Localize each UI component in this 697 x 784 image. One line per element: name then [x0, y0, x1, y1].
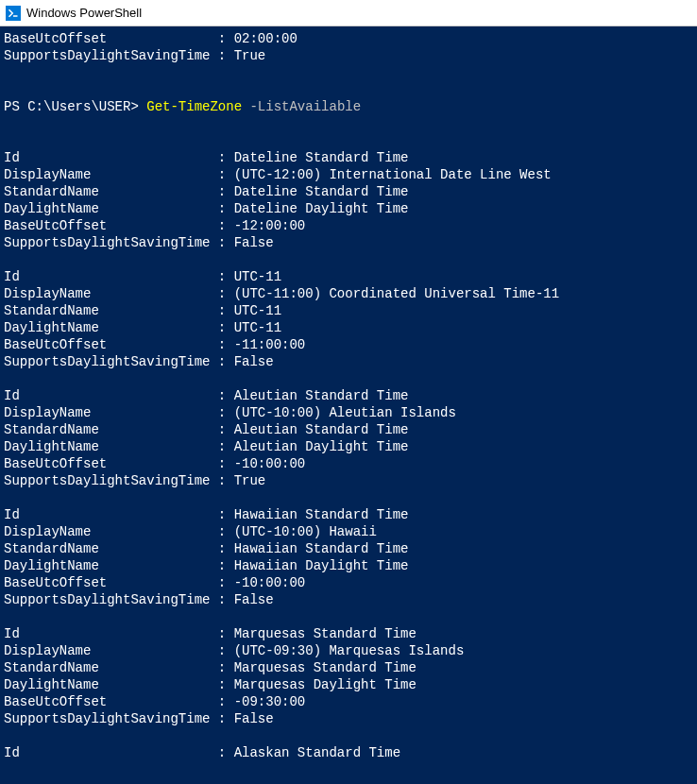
blank-line [4, 81, 693, 98]
output-line: Id : Dateline Standard Time [4, 149, 693, 166]
output-line: SupportsDaylightSavingTime : False [4, 353, 693, 370]
output-line: DisplayName : (UTC-12:00) International … [4, 166, 693, 183]
powershell-icon [6, 6, 21, 21]
output-line: DaylightName : Aleutian Daylight Time [4, 438, 693, 455]
blank-line [4, 370, 693, 387]
output-line: SupportsDaylightSavingTime : True [4, 472, 693, 489]
window-title: Windows PowerShell [26, 6, 142, 20]
blank-line [4, 489, 693, 506]
output-line: Id : Aleutian Standard Time [4, 387, 693, 404]
blank-line [4, 608, 693, 625]
cmdlet-name: Get-TimeZone [146, 99, 242, 114]
output-line: BaseUtcOffset : -11:00:00 [4, 336, 693, 353]
output-line: DisplayName : (UTC-10:00) Hawaii [4, 523, 693, 540]
output-line: BaseUtcOffset : -10:00:00 [4, 455, 693, 472]
output-line: BaseUtcOffset : 02:00:00 [4, 30, 693, 47]
output-line: DaylightName : Dateline Daylight Time [4, 200, 693, 217]
output-line: SupportsDaylightSavingTime : False [4, 710, 693, 727]
prompt-line: PS C:\Users\USER> Get-TimeZone -ListAvai… [4, 98, 693, 115]
output-line: StandardName : Marquesas Standard Time [4, 659, 693, 676]
output-line: StandardName : Hawaiian Standard Time [4, 540, 693, 557]
output-line: SupportsDaylightSavingTime : True [4, 47, 693, 64]
blank-line [4, 727, 693, 744]
blank-line [4, 64, 693, 81]
window-titlebar[interactable]: Windows PowerShell [0, 0, 697, 26]
output-line: Id : Hawaiian Standard Time [4, 506, 693, 523]
output-line: BaseUtcOffset : -12:00:00 [4, 217, 693, 234]
cmdlet-param: -ListAvailable [242, 99, 361, 114]
output-line: DaylightName : Marquesas Daylight Time [4, 676, 693, 693]
prompt-prefix: PS C:\Users\USER> [4, 99, 146, 114]
output-line: Id : UTC-11 [4, 268, 693, 285]
terminal-output[interactable]: BaseUtcOffset : 02:00:00SupportsDaylight… [0, 26, 697, 765]
output-line: BaseUtcOffset : -10:00:00 [4, 574, 693, 591]
output-line: DisplayName : (UTC-10:00) Aleutian Islan… [4, 404, 693, 421]
output-line: BaseUtcOffset : -09:30:00 [4, 693, 693, 710]
output-line: DaylightName : UTC-11 [4, 319, 693, 336]
output-line: DisplayName : (UTC-09:30) Marquesas Isla… [4, 642, 693, 659]
output-line: StandardName : UTC-11 [4, 302, 693, 319]
output-line: Id : Marquesas Standard Time [4, 625, 693, 642]
blank-line [4, 115, 693, 132]
output-line: SupportsDaylightSavingTime : False [4, 234, 693, 251]
output-line: StandardName : Dateline Standard Time [4, 183, 693, 200]
blank-line [4, 132, 693, 149]
output-line: DisplayName : (UTC-11:00) Coordinated Un… [4, 285, 693, 302]
output-line: DaylightName : Hawaiian Daylight Time [4, 557, 693, 574]
output-line: Id : Alaskan Standard Time [4, 744, 693, 761]
output-line: StandardName : Aleutian Standard Time [4, 421, 693, 438]
blank-line [4, 251, 693, 268]
output-line: SupportsDaylightSavingTime : False [4, 591, 693, 608]
